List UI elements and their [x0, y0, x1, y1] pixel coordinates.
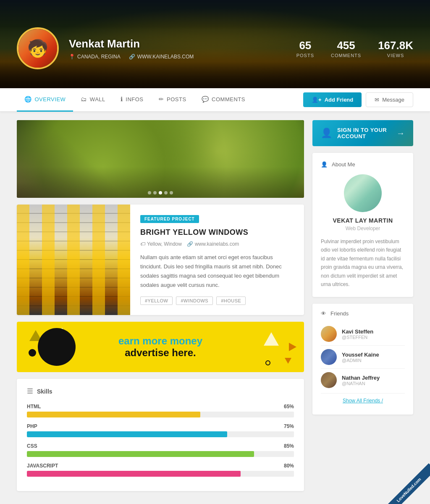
project-hashtags: #YELLOW #WINDOWS #HOUSE [140, 297, 294, 305]
website-text: WWW.KAINELABS.COM [137, 54, 194, 60]
stat-posts: 65 POSTS [296, 39, 314, 58]
skill-html-percent: 65% [284, 404, 294, 410]
project-badge: FEATURED PROJECT [140, 215, 199, 223]
carousel-dot-4[interactable] [164, 191, 168, 194]
friend-item-3[interactable]: Nathan Jeffrey @NATHAN [321, 369, 405, 391]
project-tag-category: 🏷 Yellow, Window [140, 241, 182, 247]
friend-name-3: Nathan Jeffrey [342, 375, 380, 381]
skill-html-name: HTML [27, 404, 41, 410]
carousel-dot-1[interactable] [148, 191, 151, 194]
main-layout: FEATURED PROJECT BRIGHT YELLOW WINDOWS 🏷… [0, 112, 430, 499]
skill-css-bar [27, 451, 254, 457]
tab-infos[interactable]: ℹ INFOS [113, 88, 151, 112]
project-tags-line: 🏷 Yellow, Window 🔗 www.kainelabs.com [140, 241, 294, 247]
signin-left: 👤 SIGN IN TO YOUR ACCOUNT [321, 127, 396, 139]
signin-label: SIGN IN TO YOUR ACCOUNT [337, 127, 396, 139]
location-icon: 📍 [69, 54, 75, 60]
carousel-dot-2[interactable] [153, 191, 157, 194]
ad-text: earn more money advertise here. [118, 335, 202, 360]
signin-arrow-icon: → [396, 129, 405, 138]
ad-line2: advertise here. [118, 347, 202, 359]
skills-card: ☰ Skills HTML 65% PHP 75% [17, 379, 304, 491]
friend-handle-2: @ADMIN [342, 358, 379, 363]
friend-avatar-1 [321, 326, 337, 342]
friend-info-3: Nathan Jeffrey @NATHAN [342, 375, 380, 386]
friend-name-1: Kavi Steffen [342, 328, 373, 335]
wall-icon: 🗂 [81, 96, 87, 102]
carousel-dot-3[interactable] [159, 191, 162, 194]
friend-info-1: Kavi Steffen @STEFFEN [342, 328, 373, 340]
ad-orange-triangle [285, 358, 291, 364]
skill-css-percent: 85% [284, 443, 294, 449]
hashtag-house[interactable]: #HOUSE [216, 297, 246, 305]
ad-line1: earn more money [118, 335, 202, 347]
nav-bar: 🌐 OVERVIEW 🗂 WALL ℹ INFOS ✏ POSTS 💬 COMM… [0, 88, 430, 112]
about-icon: 👤 [321, 161, 328, 168]
friend-item-2[interactable]: Youssef Kaine @ADMIN [321, 346, 405, 369]
stat-comments: 455 COMMENTS [331, 39, 361, 58]
location-item: 📍 CANADA, REGINA [69, 54, 121, 60]
skill-css-bar-bg [27, 451, 294, 457]
left-column: FEATURED PROJECT BRIGHT YELLOW WINDOWS 🏷… [17, 120, 304, 491]
ad-dot [265, 360, 270, 365]
hero-image [17, 120, 304, 198]
location-text: CANADA, REGINA [77, 54, 121, 60]
show-all-friends-link[interactable]: Show All Friends / [321, 393, 405, 408]
website-icon: 🔗 [129, 54, 135, 60]
ad-center-circle [38, 328, 76, 366]
posts-icon: ✏ [159, 96, 164, 102]
tab-wall[interactable]: 🗂 WALL [73, 88, 113, 112]
tab-comments[interactable]: 💬 COMMENTS [194, 88, 253, 112]
about-avatar [344, 174, 382, 212]
hero-image-inner [17, 120, 304, 198]
comments-icon: 💬 [202, 96, 209, 102]
profile-info: Venkat Martin 📍 CANADA, REGINA 🔗 WWW.KAI… [69, 37, 296, 60]
views-label: VIEWS [378, 53, 413, 58]
about-header: 👤 About Me [321, 161, 405, 168]
add-friend-button[interactable]: 👤+ Add Friend [303, 92, 362, 107]
project-card: FEATURED PROJECT BRIGHT YELLOW WINDOWS 🏷… [17, 205, 304, 315]
ad-triangle-right [264, 332, 279, 346]
ad-triangle-bottom-right [285, 358, 291, 364]
project-tag-link[interactable]: 🔗 www.kainelabs.com [187, 241, 239, 247]
infos-icon: ℹ [121, 96, 123, 102]
signin-card[interactable]: 👤 SIGN IN TO YOUR ACCOUNT → [312, 120, 413, 146]
website-item[interactable]: 🔗 WWW.KAINELABS.COM [129, 54, 194, 60]
message-button[interactable]: ✉ Message [366, 92, 413, 107]
stat-views: 167.8K VIEWS [378, 39, 413, 58]
avatar: 🧒 [17, 27, 59, 69]
skill-php-bar-bg [27, 431, 294, 437]
friends-card: 👁 Friends Kavi Steffen @STEFFEN Youssef … [312, 304, 413, 415]
friend-handle-3: @NATHAN [342, 381, 380, 386]
skill-php-percent: 75% [284, 423, 294, 429]
about-card: 👤 About Me VEKAT LAY MARTIN Web Develope… [312, 153, 413, 297]
avatar-image: 🧒 [18, 29, 57, 68]
tab-posts[interactable]: ✏ POSTS [151, 88, 194, 112]
hero-carousel-dots [148, 191, 173, 194]
project-image-inner [17, 205, 130, 315]
friend-info-2: Youssef Kaine @ADMIN [342, 352, 379, 363]
friend-avatar-2 [321, 349, 337, 365]
friend-handle-1: @STEFFEN [342, 335, 373, 340]
friend-avatar-3 [321, 372, 337, 388]
ad-small-circle-1 [29, 349, 36, 357]
carousel-dot-5[interactable] [170, 191, 173, 194]
friends-icon: 👁 [321, 310, 326, 317]
right-column: 👤 SIGN IN TO YOUR ACCOUNT → 👤 About Me V… [312, 120, 413, 491]
profile-meta: 📍 CANADA, REGINA 🔗 WWW.KAINELABS.COM [69, 54, 296, 60]
skill-html: HTML 65% [27, 404, 294, 417]
ad-banner[interactable]: earn more money advertise here. [17, 322, 304, 372]
skills-header: ☰ Skills [27, 387, 294, 395]
friend-item-1[interactable]: Kavi Steffen @STEFFEN [321, 323, 405, 346]
user-circle-icon: 👤 [321, 128, 332, 139]
hashtag-yellow[interactable]: #YELLOW [140, 297, 173, 305]
skill-php-bar [27, 431, 227, 437]
tab-overview[interactable]: 🌐 OVERVIEW [17, 88, 73, 112]
project-image [17, 205, 130, 315]
about-name: VEKAT LAY MARTIN [321, 217, 405, 224]
add-friend-icon: 👤+ [312, 97, 322, 103]
project-description: Nullam quis ante etiam sit amet orci ege… [140, 253, 294, 290]
skills-icon: ☰ [27, 387, 33, 395]
cover-content: 🧒 Venkat Martin 📍 CANADA, REGINA 🔗 WWW.K… [0, 0, 430, 88]
hashtag-windows[interactable]: #WINDOWS [176, 297, 213, 305]
